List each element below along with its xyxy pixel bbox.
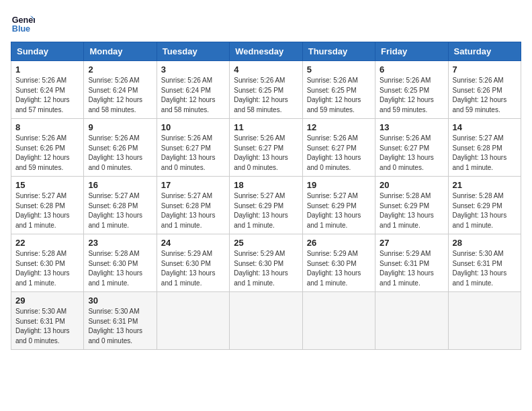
day-info: Sunrise: 5:27 AM Sunset: 6:29 PM Dayligh… [307, 191, 371, 230]
day-number: 12 [307, 122, 371, 132]
day-info: Sunrise: 5:27 AM Sunset: 6:28 PM Dayligh… [161, 191, 225, 230]
daylight-label: Daylight: 12 hours and 58 minutes. [88, 96, 142, 113]
day-number: 23 [88, 238, 152, 248]
sunset-label: Sunset: 6:28 PM [15, 202, 65, 210]
sunrise-label: Sunrise: 5:26 AM [161, 134, 212, 142]
day-number: 18 [234, 180, 298, 190]
daylight-label: Daylight: 13 hours and 0 minutes. [88, 327, 142, 345]
calendar-cell: 23 Sunrise: 5:28 AM Sunset: 6:30 PM Dayl… [84, 234, 157, 292]
calendar-cell: 19 Sunrise: 5:27 AM Sunset: 6:29 PM Dayl… [302, 177, 375, 234]
day-number: 1 [15, 64, 79, 75]
sunset-label: Sunset: 6:25 PM [380, 87, 429, 94]
sunset-label: Sunset: 6:28 PM [161, 202, 211, 210]
calendar-cell: 10 Sunrise: 5:26 AM Sunset: 6:27 PM Dayl… [157, 119, 229, 177]
calendar-cell: 26 Sunrise: 5:29 AM Sunset: 6:30 PM Dayl… [302, 234, 375, 292]
logo-icon: General Blue [11, 11, 35, 35]
sunset-label: Sunset: 6:26 PM [88, 144, 138, 152]
sunset-label: Sunset: 6:30 PM [307, 260, 357, 267]
day-info: Sunrise: 5:28 AM Sunset: 6:30 PM Dayligh… [88, 249, 152, 288]
day-info: Sunrise: 5:26 AM Sunset: 6:25 PM Dayligh… [380, 76, 443, 115]
day-number: 2 [88, 64, 152, 75]
day-info: Sunrise: 5:26 AM Sunset: 6:27 PM Dayligh… [380, 134, 443, 173]
daylight-label: Daylight: 12 hours and 59 minutes. [453, 96, 507, 113]
sunrise-label: Sunrise: 5:30 AM [88, 308, 139, 315]
day-info: Sunrise: 5:29 AM Sunset: 6:30 PM Dayligh… [307, 249, 371, 288]
calendar-cell: 8 Sunrise: 5:26 AM Sunset: 6:26 PM Dayli… [11, 119, 84, 177]
day-number: 5 [307, 64, 371, 75]
calendar-cell: 27 Sunrise: 5:29 AM Sunset: 6:31 PM Dayl… [375, 234, 448, 292]
sunset-label: Sunset: 6:24 PM [15, 87, 65, 94]
sunrise-label: Sunrise: 5:26 AM [15, 77, 66, 84]
calendar-cell: 29 Sunrise: 5:30 AM Sunset: 6:31 PM Dayl… [11, 292, 84, 350]
day-number: 10 [161, 122, 225, 132]
calendar-cell: 12 Sunrise: 5:26 AM Sunset: 6:27 PM Dayl… [302, 119, 375, 177]
day-number: 24 [161, 238, 225, 248]
calendar-cell [157, 292, 229, 350]
sunset-label: Sunset: 6:31 PM [88, 318, 138, 325]
day-info: Sunrise: 5:29 AM Sunset: 6:30 PM Dayligh… [161, 249, 225, 288]
sunset-label: Sunset: 6:24 PM [161, 87, 211, 94]
col-header-monday: Monday [84, 42, 157, 61]
daylight-label: Daylight: 12 hours and 57 minutes. [15, 96, 70, 113]
calendar-cell: 21 Sunrise: 5:28 AM Sunset: 6:29 PM Dayl… [448, 177, 521, 234]
sunset-label: Sunset: 6:24 PM [88, 87, 138, 94]
sunset-label: Sunset: 6:29 PM [380, 202, 429, 210]
daylight-label: Daylight: 13 hours and 1 minute. [15, 212, 70, 229]
daylight-label: Daylight: 13 hours and 0 minutes. [15, 327, 70, 345]
sunset-label: Sunset: 6:30 PM [234, 260, 283, 267]
logo: General Blue [11, 11, 35, 35]
day-number: 9 [88, 122, 152, 132]
sunset-label: Sunset: 6:29 PM [453, 202, 502, 210]
sunset-label: Sunset: 6:31 PM [453, 260, 502, 267]
sunrise-label: Sunrise: 5:27 AM [234, 192, 285, 199]
calendar-week-5: 29 Sunrise: 5:30 AM Sunset: 6:31 PM Dayl… [11, 292, 521, 350]
sunrise-label: Sunrise: 5:28 AM [380, 192, 431, 199]
day-number: 20 [380, 180, 443, 190]
sunrise-label: Sunrise: 5:26 AM [380, 77, 431, 84]
sunset-label: Sunset: 6:31 PM [380, 260, 429, 267]
sunset-label: Sunset: 6:26 PM [453, 87, 502, 94]
calendar-cell: 22 Sunrise: 5:28 AM Sunset: 6:30 PM Dayl… [11, 234, 84, 292]
calendar-cell: 28 Sunrise: 5:30 AM Sunset: 6:31 PM Dayl… [448, 234, 521, 292]
sunrise-label: Sunrise: 5:27 AM [453, 134, 504, 142]
daylight-label: Daylight: 13 hours and 0 minutes. [234, 154, 288, 171]
day-number: 14 [453, 122, 517, 132]
col-header-saturday: Saturday [448, 42, 521, 61]
calendar-cell: 5 Sunrise: 5:26 AM Sunset: 6:25 PM Dayli… [302, 61, 375, 119]
sunrise-label: Sunrise: 5:27 AM [15, 192, 66, 199]
sunset-label: Sunset: 6:31 PM [15, 318, 65, 325]
col-header-tuesday: Tuesday [157, 42, 229, 61]
col-header-friday: Friday [375, 42, 448, 61]
sunset-label: Sunset: 6:25 PM [307, 87, 357, 94]
calendar-cell: 13 Sunrise: 5:26 AM Sunset: 6:27 PM Dayl… [375, 119, 448, 177]
day-info: Sunrise: 5:30 AM Sunset: 6:31 PM Dayligh… [15, 307, 79, 346]
daylight-label: Daylight: 13 hours and 1 minute. [161, 212, 216, 229]
daylight-label: Daylight: 13 hours and 1 minute. [307, 212, 361, 229]
sunset-label: Sunset: 6:28 PM [88, 202, 138, 210]
sunrise-label: Sunrise: 5:26 AM [380, 134, 431, 142]
calendar-cell: 3 Sunrise: 5:26 AM Sunset: 6:24 PM Dayli… [157, 61, 229, 119]
daylight-label: Daylight: 12 hours and 58 minutes. [234, 96, 288, 113]
sunrise-label: Sunrise: 5:26 AM [88, 77, 139, 84]
day-number: 28 [453, 238, 517, 248]
calendar-cell: 2 Sunrise: 5:26 AM Sunset: 6:24 PM Dayli… [84, 61, 157, 119]
calendar-cell [230, 292, 302, 350]
day-info: Sunrise: 5:29 AM Sunset: 6:30 PM Dayligh… [234, 249, 298, 288]
sunrise-label: Sunrise: 5:26 AM [453, 77, 504, 84]
daylight-label: Daylight: 13 hours and 1 minute. [380, 212, 434, 229]
col-header-thursday: Thursday [302, 42, 375, 61]
day-number: 16 [88, 180, 152, 190]
day-info: Sunrise: 5:27 AM Sunset: 6:28 PM Dayligh… [88, 191, 152, 230]
day-number: 30 [88, 295, 152, 306]
day-info: Sunrise: 5:26 AM Sunset: 6:26 PM Dayligh… [453, 76, 517, 115]
day-info: Sunrise: 5:26 AM Sunset: 6:26 PM Dayligh… [15, 134, 79, 173]
sunrise-label: Sunrise: 5:30 AM [15, 308, 66, 315]
calendar-cell: 17 Sunrise: 5:27 AM Sunset: 6:28 PM Dayl… [157, 177, 229, 234]
day-number: 3 [161, 64, 225, 75]
calendar-week-4: 22 Sunrise: 5:28 AM Sunset: 6:30 PM Dayl… [11, 234, 521, 292]
day-info: Sunrise: 5:26 AM Sunset: 6:24 PM Dayligh… [15, 76, 79, 115]
daylight-label: Daylight: 13 hours and 1 minute. [453, 269, 507, 287]
sunset-label: Sunset: 6:29 PM [234, 202, 283, 210]
daylight-label: Daylight: 12 hours and 59 minutes. [15, 154, 70, 171]
day-number: 13 [380, 122, 443, 132]
